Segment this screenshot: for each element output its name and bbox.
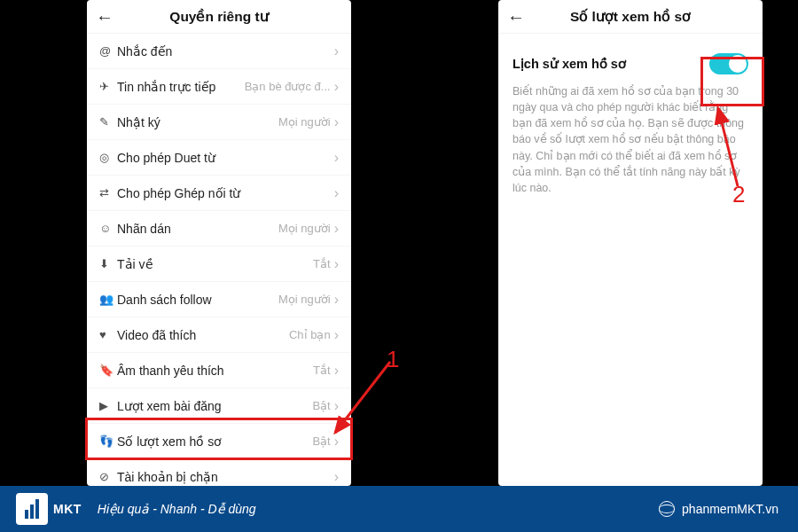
row-mentions[interactable]: @ Nhắc đến › [87, 34, 351, 69]
chevron-right-icon: › [334, 399, 339, 413]
duet-icon: ◎ [99, 151, 117, 164]
row-label: Nhãn dán [117, 222, 278, 236]
brand-name: MKT [53, 502, 82, 516]
row-label: Lượt xem bài đăng [117, 399, 312, 413]
row-value: Mọi người [278, 293, 331, 306]
row-label: Nhắc đến [117, 44, 331, 59]
row-value: Mọi người [278, 222, 331, 235]
row-label: Cho phép Duet từ [117, 151, 331, 165]
back-icon[interactable]: ← [507, 8, 525, 26]
globe-icon [659, 501, 675, 517]
row-following-list[interactable]: 👥 Danh sách follow Mọi người › [87, 282, 351, 317]
chevron-right-icon: › [334, 186, 339, 200]
at-icon: @ [99, 44, 117, 58]
brand-logo: MKT [16, 493, 82, 525]
row-blocked-accounts[interactable]: ⊘ Tài khoản bị chặn › [87, 459, 351, 486]
back-icon[interactable]: ← [96, 8, 113, 26]
profile-views-screen: ← Số lượt xem hồ sơ Lịch sử xem hồ sơ Bi… [498, 0, 763, 486]
bookmark-icon: 🔖 [99, 364, 117, 377]
screen-header: ← Số lượt xem hồ sơ [498, 0, 763, 34]
chevron-right-icon: › [334, 293, 339, 307]
site-url: phanmemMKT.vn [682, 502, 778, 516]
chevron-right-icon: › [334, 434, 339, 449]
profile-view-history-row: Lịch sử xem hồ sơ [509, 48, 752, 83]
row-value: Bật [312, 434, 330, 448]
row-liked-videos[interactable]: ♥ Video đã thích Chỉ bạn › [87, 317, 351, 353]
logo-icon [16, 493, 48, 525]
chevron-right-icon: › [334, 115, 339, 129]
tagline: Hiệu quả - Nhanh - Dễ dùng [98, 502, 256, 516]
row-value: Bạn bè được đ... [245, 80, 331, 93]
row-label: Cho phép Ghép nối từ [117, 186, 331, 200]
row-label: Danh sách follow [117, 293, 278, 307]
play-icon: ▶ [99, 399, 117, 412]
footer-bar: MKT Hiệu quả - Nhanh - Dễ dùng phanmemMK… [0, 486, 798, 532]
row-label: Nhật ký [117, 115, 278, 129]
row-label: Video đã thích [117, 328, 289, 342]
toggle-description: Biết những ai đã xem hồ sơ của bạn trong… [509, 83, 752, 196]
row-value: Mọi người [278, 115, 331, 129]
chevron-right-icon: › [334, 257, 339, 271]
chevron-right-icon: › [334, 44, 339, 59]
edit-icon: ✎ [99, 115, 117, 129]
profile-view-history-toggle[interactable] [709, 53, 748, 74]
row-label: Tải về [117, 257, 313, 271]
people-icon: 👥 [99, 293, 117, 306]
heart-icon: ♥ [99, 328, 117, 341]
annotation-number-1: 1 [387, 346, 399, 373]
row-value: Bật [312, 399, 330, 412]
row-profile-views[interactable]: 👣 Số lượt xem hồ sơ Bật › [87, 424, 351, 459]
row-story[interactable]: ✎ Nhật ký Mọi người › [87, 105, 351, 140]
privacy-settings-screen: ← Quyền riêng tư @ Nhắc đến › ✈ Tin nhắn… [87, 0, 351, 486]
chevron-right-icon: › [334, 470, 339, 484]
row-value: Chỉ bạn [289, 328, 331, 341]
footprints-icon: 👣 [99, 434, 117, 448]
download-icon: ⬇ [99, 257, 117, 270]
screen-title: Quyền riêng tư [87, 9, 351, 25]
site-link[interactable]: phanmemMKT.vn [659, 501, 778, 517]
chevron-right-icon: › [334, 364, 339, 378]
row-label: Tài khoản bị chặn [117, 470, 331, 484]
toggle-label: Lịch sử xem hồ sơ [512, 57, 626, 71]
block-icon: ⊘ [99, 470, 117, 483]
row-value: Tắt [313, 364, 331, 377]
row-direct-messages[interactable]: ✈ Tin nhắn trực tiếp Bạn bè được đ... › [87, 69, 351, 105]
row-favorite-sounds[interactable]: 🔖 Âm thanh yêu thích Tắt › [87, 353, 351, 388]
chevron-right-icon: › [334, 222, 339, 236]
screen-header: ← Quyền riêng tư [87, 0, 351, 34]
chevron-right-icon: › [334, 151, 339, 165]
row-label: Âm thanh yêu thích [117, 364, 313, 378]
row-post-views[interactable]: ▶ Lượt xem bài đăng Bật › [87, 388, 351, 424]
screen-title: Số lượt xem hồ sơ [498, 9, 763, 25]
chevron-right-icon: › [334, 80, 339, 94]
settings-list: @ Nhắc đến › ✈ Tin nhắn trực tiếp Bạn bè… [87, 34, 351, 486]
sticker-icon: ☺ [99, 222, 117, 235]
send-icon: ✈ [99, 80, 117, 93]
row-value: Tắt [313, 257, 331, 270]
profile-views-card: Lịch sử xem hồ sơ Biết những ai đã xem h… [509, 48, 752, 196]
row-downloads[interactable]: ⬇ Tải về Tắt › [87, 246, 351, 282]
row-stickers[interactable]: ☺ Nhãn dán Mọi người › [87, 211, 351, 246]
row-stitch[interactable]: ⇄ Cho phép Ghép nối từ › [87, 176, 351, 211]
chevron-right-icon: › [334, 328, 339, 342]
stitch-icon: ⇄ [99, 186, 117, 200]
row-label: Tin nhắn trực tiếp [117, 80, 245, 94]
row-label: Số lượt xem hồ sơ [117, 434, 312, 449]
row-duet[interactable]: ◎ Cho phép Duet từ › [87, 140, 351, 176]
